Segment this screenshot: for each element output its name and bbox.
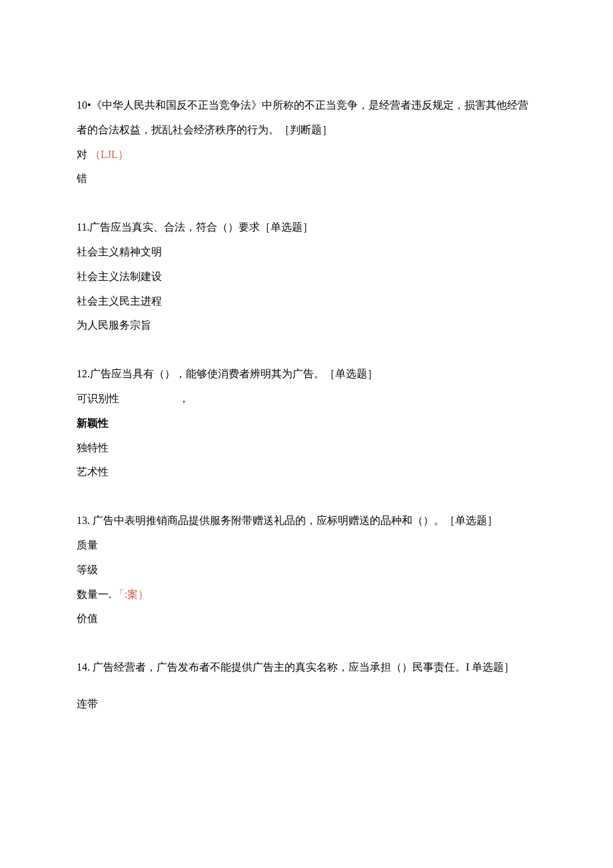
question-10-option-1: 对 （LJL） (77, 143, 536, 167)
question-11-option-3: 社会主义民主进程 (77, 289, 536, 314)
question-13-option-4: 价值 (77, 607, 536, 631)
question-10-text: 10•《中华人民共和国反不正当竞争法》中所称的不正当竞争，是经营者违反规定，损害… (77, 99, 528, 135)
question-12-text: 12.广告应当具有（），能够使消费者辨明其为广告。［单选题］ (77, 368, 378, 379)
question-10-option-2: 错 (77, 167, 536, 191)
question-13-option-1: 质量 (77, 533, 536, 558)
question-11-option-4: 为人民服务宗旨 (77, 313, 536, 338)
option-prefix: 数量一. (77, 589, 111, 600)
question-11-text: 11.广告应当真实、合法，符合（）要求［单选题］ (77, 221, 313, 233)
question-13-option-2: 等级 (77, 558, 536, 583)
question-11-option-2: 社会主义法制建设 (77, 265, 536, 289)
question-10: 10•《中华人民共和国反不正当竞争法》中所称的不正当竞争，是经营者违反规定，损害… (77, 93, 536, 191)
option-prefix: 对 (77, 149, 87, 160)
answer-marker: 「:案） (114, 589, 149, 600)
question-14-option-1: 连带 (77, 692, 536, 717)
question-11: 11.广告应当真实、合法，符合（）要求［单选题］ 社会主义精神文明 社会主义法制… (77, 215, 536, 338)
question-12-option-3: 独特性 (77, 436, 536, 461)
question-14-text: 14. 广告经营者，广告发布者不能提供广告主的真实名称，应当承担（）民事责任。I… (77, 661, 514, 673)
question-12-option-2: 新颖性 (77, 411, 536, 436)
question-13-text: 13. 广告中表明推销商品提供服务附带赠送礼品的，应标明赠送的品种和（）。［单选… (77, 515, 498, 526)
option-text: 可识别性 (77, 393, 119, 404)
question-12-option-4: 艺术性 (77, 460, 536, 485)
question-11-option-1: 社会主义精神文明 (77, 240, 536, 265)
question-13: 13. 广告中表明推销商品提供服务附带赠送礼品的，应标明赠送的品种和（）。［单选… (77, 509, 536, 631)
answer-marker: （LJL） (90, 149, 129, 160)
question-12-option-1: 可识别性 ， (77, 387, 536, 411)
question-13-option-3: 数量一. 「:案） (77, 583, 536, 607)
question-12: 12.广告应当具有（），能够使消费者辨明其为广告。［单选题］ 可识别性 ， 新颖… (77, 362, 536, 485)
comma: ， (179, 387, 189, 411)
question-14: 14. 广告经营者，广告发布者不能提供广告主的真实名称，应当承担（）民事责任。I… (77, 655, 536, 717)
